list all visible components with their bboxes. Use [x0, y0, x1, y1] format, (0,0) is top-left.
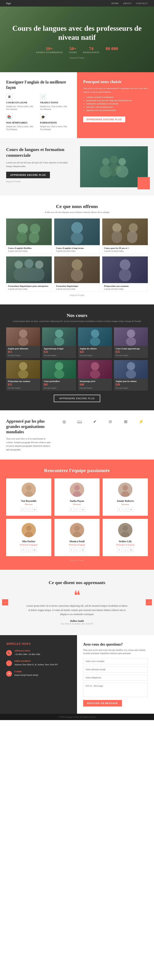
why-column: Pourquoi nous choisir Vous avez accès au… [77, 72, 154, 138]
member-3-linkedin[interactable]: in [32, 547, 37, 552]
member-1-twitter[interactable]: t [75, 507, 79, 512]
cours-card-4-price: $55 [8, 383, 38, 386]
member-4-avatar [70, 523, 84, 537]
cours-card-4[interactable]: Préparation aux examens $55 Principal An… [6, 360, 40, 391]
nav-about[interactable]: ABOUT [123, 2, 132, 5]
member-5-name: Walter Lily [106, 540, 145, 543]
cours-card-6-price: $40 [80, 383, 110, 386]
svg-point-3 [119, 158, 126, 165]
svg-point-51 [123, 485, 128, 490]
cours-card-0-title: Anglais pour débutants [8, 347, 38, 350]
offrons-card-2-desc: A proin sed tortor nulla. [104, 250, 146, 252]
hero-image-label: Image de Freepik [12, 57, 142, 59]
offrons-card-1[interactable]: Cours d'anglais à long terme A proin sed… [54, 218, 100, 254]
cours-card-1[interactable]: Apprentissage en ligne $25 Principal Ang… [42, 328, 76, 358]
cours-card-3[interactable]: Cours d'auto-apprentissage $35 Principal… [114, 328, 148, 358]
member-2-linkedin[interactable]: in [129, 507, 133, 512]
team-member-1: Sasha Payne Directeur f t in [55, 479, 99, 516]
offrons-card-2[interactable]: Cours pour les 30 ans et + A proin sed t… [102, 218, 148, 254]
member-2-name: Jennie Roberts [106, 500, 145, 503]
logo-2: ✔ [91, 418, 99, 425]
approved-logos: ◎ 📖 ✔ ⊙ ⊞ ⚡ [58, 418, 148, 425]
cours-card-2[interactable]: Anglais des affaires $45 Principal Angla… [78, 328, 112, 358]
member-3-facebook[interactable]: f [21, 547, 25, 552]
nav-contact[interactable]: CONTACT [136, 2, 148, 5]
svg-point-20 [14, 261, 23, 269]
cours-card-5[interactable]: Cours particuliers $65 Principal Anglais [42, 360, 76, 391]
svg-rect-23 [14, 268, 44, 281]
svg-rect-19 [127, 231, 137, 243]
svg-point-24 [72, 259, 82, 270]
member-2-twitter[interactable]: t [123, 507, 128, 512]
next-testimonial-arrow[interactable]: › [146, 599, 152, 605]
svg-point-14 [71, 222, 83, 234]
contact-phone-item: 📞 APPELEZ-NOUS +33 899 1990 +33 800 1990 [6, 650, 71, 656]
contact-submit-button[interactable]: ENVOYER UN MESSAGE [83, 700, 122, 706]
svg-point-21 [24, 259, 34, 268]
cours-card-0-teacher: Principal Anglais [8, 354, 38, 356]
member-0-twitter[interactable]: t [26, 507, 31, 512]
member-0-facebook[interactable]: f [21, 507, 25, 512]
cours-5-image [43, 360, 75, 379]
header: logo HOME ABOUT CONTACT [0, 0, 154, 6]
member-1-social: f t in [58, 507, 96, 512]
offrons-card-3-desc: A proin sed tortor nulla. [8, 288, 50, 290]
nav-home[interactable]: HOME [111, 2, 119, 5]
offrons-card-0[interactable]: Cours d'anglais flexibles A proin sed to… [6, 218, 52, 254]
offrons-card-4[interactable]: Formation linguistique A proin sed torto… [54, 256, 100, 292]
cours-learn-more-button[interactable]: APPRENDRE ENCORE PLUS [54, 395, 100, 402]
team-member-2: Jennie Roberts Directeur f t in [103, 479, 148, 516]
why-list: contenu exclusif et formations professeu… [86, 96, 148, 111]
seminaires-icon: 📚 [6, 114, 12, 120]
cours-card-1-teacher: Principal Anglais [44, 354, 74, 356]
svg-rect-13 [29, 232, 39, 243]
svg-point-60 [123, 526, 128, 531]
prev-testimonial-arrow[interactable]: ‹ [2, 599, 8, 605]
member-2-facebook[interactable]: f [117, 507, 122, 512]
member-2-role: Directeur [106, 503, 145, 506]
offrons-card-0-desc: A proin sed tortor nulla. [8, 250, 50, 252]
phone-value: +33 899 1990 +33 800 1990 [14, 652, 40, 656]
member-4-facebook[interactable]: f [69, 547, 74, 552]
member-5-linkedin[interactable]: in [129, 547, 133, 552]
why-list-3: travaillez votre prononciation [86, 106, 148, 108]
offrons-card-1-title: Cours d'anglais à long terme [56, 247, 98, 249]
footer: © 2024 Language School. All rights reser… [0, 714, 154, 720]
contact-email-input[interactable] [83, 666, 148, 673]
svg-point-48 [74, 485, 80, 490]
svg-point-22 [35, 261, 43, 269]
member-4-role: Professeur d'anglais [58, 544, 96, 546]
member-1-linkedin[interactable]: in [80, 507, 85, 512]
contact-phone-input[interactable] [83, 675, 148, 681]
stat-courses: 50+ Cours [69, 46, 77, 54]
why-learn-more-button[interactable]: APPRENDRE ENCORE PLUS [83, 116, 125, 122]
cours-card-0[interactable]: Anglais pour débutants $15 Principal Ang… [6, 328, 40, 358]
contact-name-input[interactable] [83, 658, 148, 664]
member-4-name: Monica Pouli [58, 540, 96, 543]
phone-label: APPELEZ-NOUS [14, 650, 40, 652]
approved-desc: Vous avez aussi titre ce il en représent… [6, 437, 51, 451]
member-5-twitter[interactable]: t [123, 547, 128, 552]
member-1-facebook[interactable]: f [69, 507, 74, 512]
member-4-twitter[interactable]: t [75, 547, 79, 552]
svg-rect-27 [119, 269, 131, 282]
contact-message-input[interactable] [83, 683, 148, 697]
member-4-linkedin[interactable]: in [80, 547, 85, 552]
formation-learn-more-button[interactable]: APPRENDRE ENCORE PLUS [6, 172, 50, 178]
approved-text: Approuvé par les plus grandes organisati… [6, 418, 51, 451]
svg-rect-35 [126, 337, 136, 346]
offrons-card-5[interactable]: Préparation aux examens A proin sed tort… [102, 256, 148, 292]
cours-card-6[interactable]: Intergroupe privé $40 Principal Anglais [78, 360, 112, 391]
cours-card-2-teacher: Principal Anglais [80, 354, 110, 356]
why-desc: Vous avez accès aussi en représentant le… [83, 87, 148, 94]
cours-6-image [79, 360, 111, 379]
teach-item-formations: 🎓 FORMATIONS Sample text. Click to selec… [40, 114, 71, 131]
cours-card-7[interactable]: Anglais pour les enfants $20 Principal A… [114, 360, 148, 391]
svg-rect-25 [71, 269, 83, 282]
cours-card-5-teacher: Principal Anglais [44, 387, 74, 389]
approved-section: Approuvé par les plus grandes organisati… [0, 410, 154, 460]
member-0-linkedin[interactable]: in [32, 507, 37, 512]
member-5-facebook[interactable]: f [117, 547, 122, 552]
offrons-card-3[interactable]: Formations linguistiques pour entreprise… [6, 256, 52, 292]
member-3-twitter[interactable]: t [26, 547, 31, 552]
